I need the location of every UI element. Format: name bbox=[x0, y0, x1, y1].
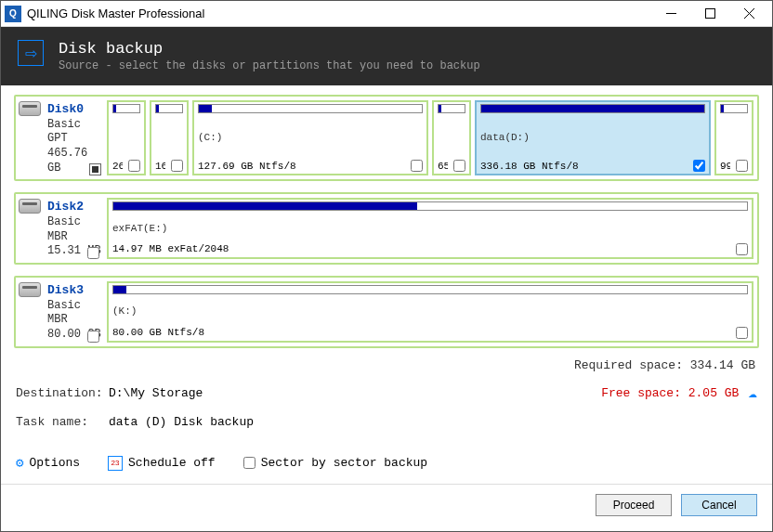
partition-label: (C:) bbox=[198, 132, 423, 143]
gear-icon: ⚙ bbox=[16, 455, 23, 471]
options-label: Options bbox=[29, 456, 80, 470]
svg-rect-1 bbox=[705, 9, 714, 19]
partition-checkbox[interactable] bbox=[736, 243, 748, 255]
partition-label: (K:) bbox=[112, 305, 748, 317]
sector-checkbox-row[interactable]: Sector by sector backup bbox=[243, 456, 427, 470]
disk-name: Disk2 bbox=[47, 200, 103, 215]
partition[interactable]: exFAT(E:)14.97 MB exFat/2048 bbox=[107, 198, 753, 259]
partition-checkbox[interactable] bbox=[736, 327, 748, 339]
partition[interactable]: (C:)127.69 GB Ntfs/8 bbox=[192, 100, 428, 175]
maximize-button[interactable] bbox=[690, 1, 729, 27]
free-space: Free space: 2.05 GB bbox=[601, 386, 739, 400]
partition[interactable]: 65. bbox=[432, 100, 471, 175]
disk-checkbox[interactable] bbox=[89, 163, 101, 175]
disk-type: Basic MBR bbox=[47, 299, 103, 328]
usage-bar bbox=[480, 104, 705, 113]
backup-arrow-icon: ⇨ bbox=[18, 40, 44, 66]
partition-size: 80.00 GB Ntfs/8 bbox=[112, 327, 204, 338]
close-button[interactable] bbox=[729, 1, 768, 27]
task-value[interactable]: data (D) Disk backup bbox=[109, 415, 757, 429]
partition-checkbox[interactable] bbox=[128, 160, 140, 172]
options-button[interactable]: ⚙ Options bbox=[16, 455, 80, 471]
cloud-icon[interactable]: ☁ bbox=[748, 383, 757, 402]
disk-info: Disk3Basic MBR80.00 GB bbox=[20, 281, 103, 343]
disk-type: Basic MBR bbox=[47, 215, 103, 244]
page-subtitle: Source - select the disks or partitions … bbox=[59, 59, 480, 72]
partition-size: 16. bbox=[155, 161, 165, 172]
destination-row: Destination: D:\My Storage Free space: 2… bbox=[16, 383, 757, 402]
disk-icon bbox=[19, 199, 41, 214]
disk-row: Disk2Basic MBR15.31 MBexFAT(E:)14.97 MB … bbox=[14, 192, 759, 265]
usage-bar bbox=[720, 104, 748, 113]
options-bar: ⚙ Options 23 Schedule off Sector by sect… bbox=[1, 448, 772, 485]
disk-info: Disk2Basic MBR15.31 MB bbox=[20, 198, 103, 259]
sector-label: Sector by sector backup bbox=[261, 456, 427, 470]
usage-bar bbox=[112, 104, 140, 113]
partition-size: 127.69 GB Ntfs/8 bbox=[198, 161, 296, 172]
page-header: ⇨ Disk backup Source - select the disks … bbox=[1, 27, 772, 85]
task-label: Task name: bbox=[16, 415, 109, 429]
disk-list[interactable]: Disk0Basic GPT465.76 GB26.16.(C:)127.69 … bbox=[1, 85, 772, 355]
schedule-button[interactable]: 23 Schedule off bbox=[108, 456, 216, 471]
partition-size: 99. bbox=[720, 161, 730, 172]
destination-label: Destination: bbox=[16, 386, 109, 400]
partition-size: 65. bbox=[438, 161, 448, 172]
usage-bar bbox=[438, 104, 465, 113]
sector-checkbox[interactable] bbox=[243, 457, 255, 469]
proceed-button[interactable]: Proceed bbox=[596, 494, 672, 516]
partition[interactable]: 99. bbox=[714, 100, 753, 175]
disk-type: Basic GPT bbox=[47, 118, 103, 147]
partition[interactable]: data(D:)336.18 GB Ntfs/8 bbox=[475, 100, 711, 175]
disk-row: Disk3Basic MBR80.00 GB(K:)80.00 GB Ntfs/… bbox=[14, 276, 759, 348]
partition-size: 26. bbox=[112, 161, 123, 172]
partition-checkbox[interactable] bbox=[411, 160, 423, 172]
partition[interactable]: (K:)80.00 GB Ntfs/8 bbox=[107, 281, 753, 343]
cancel-button[interactable]: Cancel bbox=[681, 494, 757, 516]
minimize-button[interactable] bbox=[651, 1, 690, 27]
partition-checkbox[interactable] bbox=[693, 160, 705, 172]
disk-checkbox[interactable] bbox=[87, 247, 99, 259]
partition-label: exFAT(E:) bbox=[112, 223, 748, 234]
usage-bar bbox=[112, 285, 748, 294]
usage-bar bbox=[198, 104, 423, 113]
titlebar: Q QILING Disk Master Professional bbox=[1, 1, 772, 27]
usage-bar bbox=[155, 104, 183, 113]
partition[interactable]: 26. bbox=[107, 100, 146, 175]
partition-checkbox[interactable] bbox=[171, 160, 183, 172]
calendar-icon: 23 bbox=[108, 456, 123, 471]
required-space: Required space: 334.14 GB bbox=[1, 355, 772, 378]
partition-checkbox[interactable] bbox=[736, 160, 748, 172]
disk-info: Disk0Basic GPT465.76 GB bbox=[20, 100, 103, 175]
usage-bar bbox=[112, 201, 748, 211]
app-icon: Q bbox=[5, 6, 21, 22]
window-title: QILING Disk Master Professional bbox=[27, 6, 651, 20]
disk-row: Disk0Basic GPT465.76 GB26.16.(C:)127.69 … bbox=[14, 95, 759, 181]
disk-name: Disk3 bbox=[47, 283, 103, 299]
disk-icon bbox=[19, 101, 41, 116]
task-row: Task name: data (D) Disk backup bbox=[16, 415, 757, 429]
page-title: Disk backup bbox=[59, 40, 480, 58]
partition-size: 14.97 MB exFat/2048 bbox=[112, 243, 229, 254]
footer: Proceed Cancel bbox=[1, 485, 772, 526]
partition-label: data(D:) bbox=[480, 132, 705, 143]
disk-checkbox[interactable] bbox=[87, 331, 99, 343]
partition[interactable]: 16. bbox=[150, 100, 189, 175]
schedule-label: Schedule off bbox=[128, 456, 216, 470]
disk-icon bbox=[19, 282, 41, 297]
partition-size: 336.18 GB Ntfs/8 bbox=[480, 161, 579, 172]
disk-name: Disk0 bbox=[47, 102, 103, 118]
partition-checkbox[interactable] bbox=[453, 160, 465, 172]
destination-value[interactable]: D:\My Storage bbox=[109, 386, 601, 400]
